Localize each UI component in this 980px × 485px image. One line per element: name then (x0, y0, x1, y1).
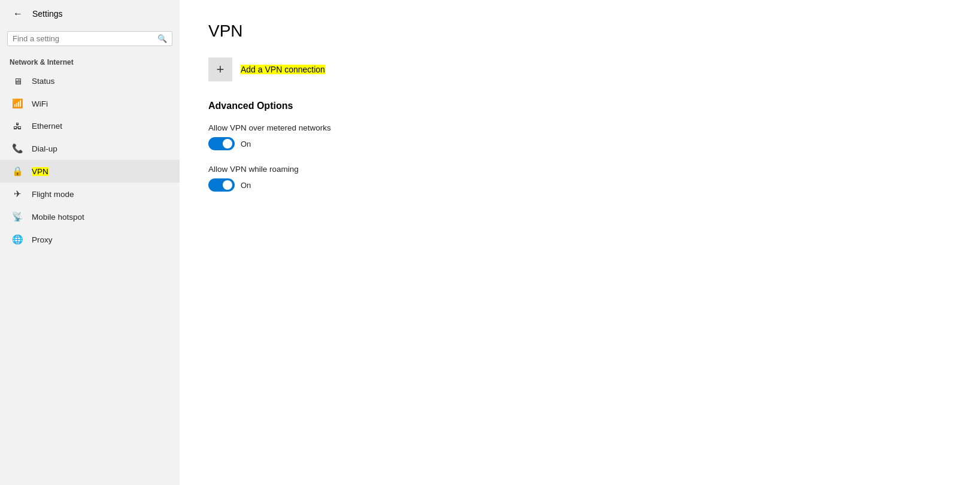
sidebar-item-mobile-hotspot[interactable]: 📡Mobile hotspot (0, 205, 180, 228)
dialup-icon: 📞 (11, 143, 23, 154)
sidebar: ← Settings 🔍 Network & Internet 🖥Status📶… (0, 0, 180, 485)
main-content: VPN + Add a VPN connection Advanced Opti… (180, 0, 980, 485)
sidebar-item-ethernet[interactable]: 🖧Ethernet (0, 115, 180, 137)
sidebar-item-vpn[interactable]: 🔒VPN (0, 160, 180, 183)
sidebar-item-dialup[interactable]: 📞Dial-up (0, 137, 180, 160)
option2-toggle-row: On (208, 178, 951, 192)
option-metered-networks: Allow VPN over metered networks On (208, 123, 951, 150)
option1-toggle[interactable] (208, 137, 235, 150)
option1-toggle-row: On (208, 137, 951, 150)
vpn-icon: 🔒 (11, 166, 23, 177)
proxy-icon: 🌐 (11, 234, 23, 245)
advanced-options-title: Advanced Options (208, 101, 951, 111)
search-input[interactable] (13, 34, 154, 43)
sidebar-label-dialup: Dial-up (32, 144, 170, 153)
nav-list: 🖥Status📶WiFi🖧Ethernet📞Dial-up🔒VPN✈Flight… (0, 70, 180, 251)
search-icon: 🔍 (157, 34, 167, 43)
option2-state: On (241, 181, 251, 190)
sidebar-item-proxy[interactable]: 🌐Proxy (0, 228, 180, 251)
sidebar-label-status: Status (32, 77, 170, 86)
status-icon: 🖥 (11, 76, 23, 86)
add-vpn-row: + Add a VPN connection (208, 57, 951, 81)
wifi-icon: 📶 (11, 98, 23, 109)
option2-label: Allow VPN while roaming (208, 165, 951, 174)
option-roaming: Allow VPN while roaming On (208, 165, 951, 192)
sidebar-label-mobile-hotspot: Mobile hotspot (32, 213, 170, 222)
option1-state: On (241, 140, 251, 148)
option2-toggle[interactable] (208, 178, 235, 192)
sidebar-label-vpn: VPN (32, 167, 170, 176)
sidebar-item-status[interactable]: 🖥Status (0, 70, 180, 92)
mobile-hotspot-icon: 📡 (11, 211, 23, 222)
sidebar-label-proxy: Proxy (32, 235, 170, 244)
sidebar-item-wifi[interactable]: 📶WiFi (0, 92, 180, 115)
sidebar-item-flight-mode[interactable]: ✈Flight mode (0, 183, 180, 205)
add-vpn-label[interactable]: Add a VPN connection (241, 65, 325, 74)
sidebar-label-flight-mode: Flight mode (32, 190, 170, 199)
page-title: VPN (208, 22, 951, 41)
section-label: Network & Internet (0, 53, 180, 70)
search-box[interactable]: 🔍 (7, 31, 172, 46)
sidebar-label-wifi: WiFi (32, 99, 170, 108)
add-vpn-button[interactable]: + (208, 57, 232, 81)
option1-label: Allow VPN over metered networks (208, 123, 951, 132)
flight-mode-icon: ✈ (11, 189, 23, 199)
back-button[interactable]: ← (10, 7, 26, 20)
sidebar-label-ethernet: Ethernet (32, 122, 170, 131)
sidebar-header[interactable]: ← Settings (0, 0, 180, 28)
ethernet-icon: 🖧 (11, 121, 23, 131)
app-title: Settings (32, 9, 63, 19)
